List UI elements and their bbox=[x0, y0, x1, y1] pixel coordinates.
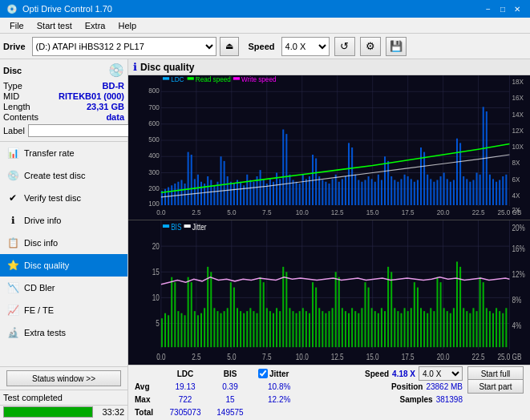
menu-start-test[interactable]: Start test bbox=[30, 19, 79, 32]
svg-rect-265 bbox=[378, 313, 379, 347]
svg-rect-199 bbox=[161, 318, 163, 347]
sidebar-item-extra-tests[interactable]: 🔬 Extra tests bbox=[0, 321, 127, 344]
sidebar-item-verify-test-disc[interactable]: ✔ Verify test disc bbox=[0, 187, 127, 209]
svg-rect-206 bbox=[184, 315, 186, 347]
bis-avg: 0.39 bbox=[210, 382, 250, 391]
jitter-avg: 10.8% bbox=[268, 382, 290, 391]
total-label: Total bbox=[135, 408, 160, 417]
maximize-button[interactable]: □ bbox=[496, 2, 509, 15]
svg-rect-123 bbox=[390, 176, 392, 205]
svg-rect-260 bbox=[361, 308, 362, 347]
svg-text:17.5: 17.5 bbox=[402, 353, 415, 361]
drive-select[interactable]: (D:) ATAPI iHBS312 2 PL17 bbox=[32, 37, 216, 56]
jitter-checkbox[interactable] bbox=[258, 369, 268, 378]
disc-quality-icon: ⭐ bbox=[6, 259, 19, 272]
svg-text:14X: 14X bbox=[512, 110, 524, 118]
menu-help[interactable]: Help bbox=[111, 19, 143, 32]
menu-file[interactable]: File bbox=[3, 19, 30, 32]
svg-rect-118 bbox=[374, 182, 376, 205]
svg-rect-47 bbox=[163, 77, 169, 79]
bottom-chart-svg: 20 15 10 5 20% 16% 12% 8% 4% bbox=[128, 220, 530, 365]
disc-type-row: Type BD-R bbox=[3, 81, 124, 91]
sidebar-item-drive-info[interactable]: ℹ Drive info bbox=[0, 209, 127, 232]
close-button[interactable]: ✕ bbox=[511, 2, 524, 15]
sidebar-item-transfer-rate[interactable]: 📊 Transfer rate bbox=[0, 142, 127, 164]
sidebar-item-disc-info[interactable]: 📋 Disc info bbox=[0, 232, 127, 254]
svg-rect-95 bbox=[299, 184, 301, 205]
sidebar-item-cd-bler[interactable]: 📉 CD Bler bbox=[0, 277, 127, 299]
fe-te-label: FE / TE bbox=[24, 305, 54, 315]
disc-label-input[interactable] bbox=[28, 124, 135, 137]
svg-text:10.0: 10.0 bbox=[296, 353, 309, 361]
settings-button[interactable]: ⚙ bbox=[360, 37, 381, 56]
svg-rect-251 bbox=[332, 308, 334, 347]
svg-rect-252 bbox=[335, 272, 337, 347]
progress-time: 33:32 bbox=[96, 407, 124, 417]
start-part-button[interactable]: Start part bbox=[467, 379, 524, 394]
svg-rect-288 bbox=[453, 308, 455, 347]
svg-rect-292 bbox=[466, 311, 467, 347]
verify-test-disc-icon: ✔ bbox=[6, 192, 19, 204]
svg-rect-291 bbox=[463, 308, 464, 347]
svg-text:Write speed: Write speed bbox=[241, 75, 277, 83]
svg-rect-216 bbox=[216, 311, 218, 347]
svg-rect-137 bbox=[436, 180, 438, 206]
svg-rect-64 bbox=[197, 175, 199, 205]
menu-extra[interactable]: Extra bbox=[79, 19, 112, 32]
svg-text:22.5: 22.5 bbox=[472, 353, 485, 361]
svg-rect-231 bbox=[266, 308, 268, 347]
svg-rect-93 bbox=[292, 180, 293, 206]
bis-total: 149575 bbox=[210, 408, 250, 417]
svg-rect-286 bbox=[447, 311, 448, 347]
svg-rect-140 bbox=[447, 179, 448, 205]
cd-bler-label: CD Bler bbox=[24, 283, 55, 293]
svg-rect-69 bbox=[213, 185, 215, 205]
svg-rect-116 bbox=[368, 176, 370, 205]
svg-rect-209 bbox=[194, 311, 196, 347]
svg-rect-125 bbox=[397, 182, 399, 205]
svg-rect-201 bbox=[168, 315, 169, 347]
svg-rect-225 bbox=[246, 311, 248, 347]
svg-rect-236 bbox=[282, 267, 284, 347]
svg-rect-112 bbox=[354, 175, 356, 205]
eject-button[interactable]: ⏏ bbox=[220, 37, 239, 56]
status-text: Test completed bbox=[3, 393, 67, 402]
save-button[interactable]: 💾 bbox=[386, 37, 407, 56]
svg-text:20: 20 bbox=[152, 242, 160, 251]
svg-rect-205 bbox=[180, 313, 182, 347]
sidebar-item-create-test-disc[interactable]: 💿 Create test disc bbox=[0, 164, 127, 187]
svg-rect-232 bbox=[269, 311, 271, 347]
svg-rect-218 bbox=[224, 311, 225, 347]
svg-rect-119 bbox=[378, 175, 379, 205]
svg-rect-256 bbox=[348, 313, 350, 347]
svg-text:12.5: 12.5 bbox=[331, 208, 344, 216]
sidebar-item-disc-quality[interactable]: ⭐ Disc quality bbox=[0, 254, 127, 277]
speed-stat-select[interactable]: 4.0 X bbox=[419, 366, 463, 381]
svg-rect-153 bbox=[489, 175, 491, 205]
svg-rect-86 bbox=[269, 179, 271, 205]
svg-rect-250 bbox=[328, 311, 330, 347]
title-bar-left: 💿 Opti Drive Control 1.70 bbox=[6, 4, 112, 14]
svg-text:25.0 GB: 25.0 GB bbox=[497, 353, 521, 361]
svg-rect-129 bbox=[411, 179, 412, 205]
nav-items: 📊 Transfer rate 💿 Create test disc ✔ Ver… bbox=[0, 142, 127, 366]
minimize-button[interactable]: − bbox=[482, 2, 495, 15]
sidebar-item-fe-te[interactable]: 📈 FE / TE bbox=[0, 299, 127, 321]
top-chart-svg: 800 700 600 500 400 300 200 100 18X 16X … bbox=[128, 75, 530, 220]
svg-text:10: 10 bbox=[152, 293, 160, 302]
svg-rect-270 bbox=[394, 308, 395, 347]
svg-rect-255 bbox=[345, 311, 346, 347]
svg-rect-155 bbox=[496, 182, 497, 205]
svg-rect-58 bbox=[177, 182, 179, 205]
svg-rect-212 bbox=[204, 308, 205, 347]
svg-rect-217 bbox=[220, 313, 222, 347]
samples-label: Samples bbox=[399, 395, 432, 404]
refresh-button[interactable]: ↺ bbox=[334, 37, 355, 56]
speed-select[interactable]: 4.0 X bbox=[281, 37, 330, 56]
bottom-chart: 20 15 10 5 20% 16% 12% 8% 4% bbox=[128, 220, 530, 365]
status-window-button[interactable]: Status window >> bbox=[6, 370, 121, 386]
verify-test-disc-label: Verify test disc bbox=[24, 193, 81, 203]
svg-text:300: 300 bbox=[148, 168, 160, 176]
disc-contents-row: Contents data bbox=[3, 112, 124, 122]
disc-label-label: Label bbox=[3, 126, 25, 135]
